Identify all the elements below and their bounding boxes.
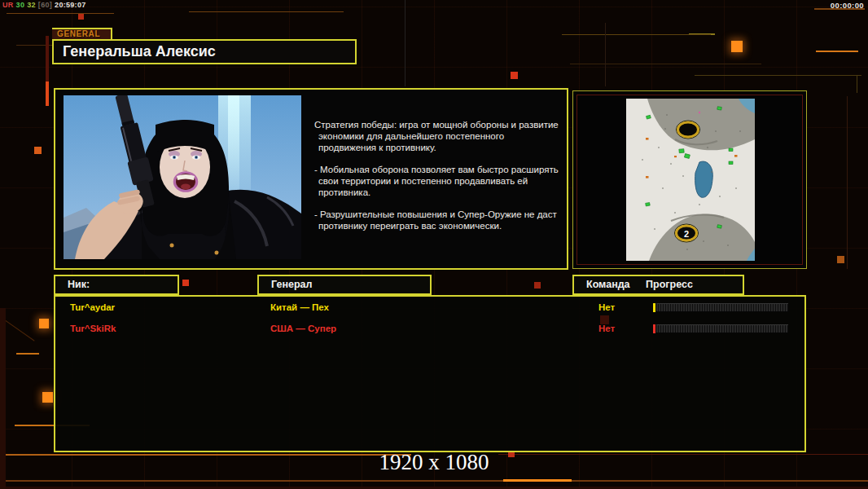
decor-line (562, 34, 711, 35)
map-start-position-2: 2 (675, 224, 699, 242)
decor-line (503, 479, 572, 482)
decor-square (42, 392, 53, 403)
header-progress-label: Прогресс (646, 276, 693, 293)
tab-general[interactable]: GENERAL (52, 28, 112, 39)
strategy-paragraph: - Разрушительные повышения и Супер-Оружи… (314, 209, 562, 231)
decor-line (7, 13, 114, 14)
decor-square (534, 282, 541, 289)
player-nick: Tur^aydar (70, 302, 115, 312)
decor-line (570, 64, 761, 64)
progress-marker (653, 303, 655, 312)
decor-line (0, 480, 868, 482)
decor-diagonal (0, 316, 35, 341)
decor-square (600, 315, 609, 324)
column-header-team-progress: Команда Прогресс (572, 275, 744, 295)
header-general-label: Генерал (271, 279, 312, 290)
general-info-panel: Стратегия победы: игра от мощной обороны… (54, 88, 568, 270)
progress-track (656, 324, 788, 333)
column-header-nick: Ник: (54, 275, 179, 295)
player-progress-bar (653, 324, 788, 333)
snow-map-illustration: 2 (626, 99, 755, 261)
decor-line (46, 36, 49, 82)
player-team: Нет (598, 302, 615, 312)
page-title: Генеральша Алексис (54, 41, 355, 63)
players-panel: Tur^aydar Китай — Пех Нет Tur^SkiRk США … (54, 295, 806, 452)
player-progress-bar (653, 303, 788, 312)
match-timer: 00:00:00 (831, 1, 864, 10)
decor-square (731, 41, 743, 52)
player-team: Нет (598, 324, 615, 333)
decor-line (857, 75, 857, 93)
decor-line (689, 33, 715, 35)
minimap-image: 2 (626, 99, 755, 261)
perf-ping: 32 (27, 1, 36, 9)
decor-line (189, 11, 344, 12)
strategy-paragraph: - Мобильная оборона позволяет вам быстро… (314, 164, 562, 198)
map-preview-panel: 2 (572, 90, 807, 269)
strategy-text: Стратегия победы: игра от мощной обороны… (314, 119, 562, 242)
decor-line (816, 51, 858, 52)
player-row: Tur^aydar Китай — Пех Нет (55, 298, 804, 318)
decor-line (16, 353, 39, 355)
decor-line (46, 82, 49, 106)
map-start-marker (677, 121, 700, 139)
header-nick-label: Ник: (68, 279, 90, 290)
player-nick: Tur^SkiRk (70, 324, 116, 333)
strategy-paragraph: Стратегия победы: игра от мощной обороны… (314, 119, 562, 153)
decor-square (837, 256, 844, 263)
general-title-box: Генеральша Алексис (52, 39, 357, 64)
game-lobby-screen: UR3032[60]20:59:07 00:00:00 GENERAL Гене… (0, 0, 868, 489)
resolution-label: 1920 x 1080 (0, 450, 868, 475)
general-portrait-image (64, 95, 301, 259)
perf-time: 20:59:07 (55, 1, 85, 9)
decor-square (182, 280, 189, 286)
decor-line (405, 0, 406, 86)
decor-square (34, 147, 42, 154)
perf-fps: 30 (16, 1, 25, 9)
decor-square (39, 319, 49, 328)
decor-square (78, 14, 84, 20)
perf-cap: [60] (38, 1, 52, 9)
performance-overlay: UR3032[60]20:59:07 (2, 1, 89, 9)
svg-text:2: 2 (684, 229, 689, 239)
portrait-illustration (64, 95, 301, 259)
progress-track (656, 303, 788, 312)
progress-marker (653, 324, 655, 333)
header-team-label: Команда (586, 276, 630, 293)
decor-line (847, 96, 848, 269)
player-row: Tur^SkiRk США — Супер Нет (55, 319, 804, 339)
player-general: Китай — Пех (270, 302, 329, 312)
player-general: США — Супер (270, 324, 336, 333)
decor-square (511, 72, 518, 79)
column-header-general: Генерал (257, 275, 432, 295)
perf-tag: UR (2, 1, 14, 9)
decor-line (605, 23, 606, 86)
decor-line (695, 75, 861, 76)
